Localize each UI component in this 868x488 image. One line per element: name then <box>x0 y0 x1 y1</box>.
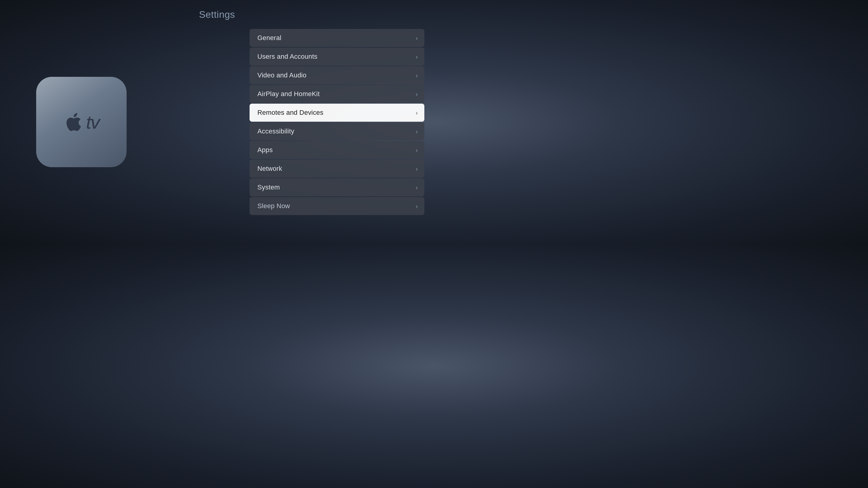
chevron-icon-apps: › <box>415 147 418 154</box>
menu-label-sleep-now: Sleep Now <box>257 202 290 210</box>
chevron-icon-system: › <box>415 184 418 191</box>
menu-label-video-and-audio: Video and Audio <box>257 71 307 79</box>
menu-item-sleep-now[interactable]: Sleep Now› <box>250 197 424 215</box>
menu-item-apps[interactable]: Apps› <box>250 141 424 159</box>
menu-item-users-and-accounts[interactable]: Users and Accounts› <box>250 47 424 66</box>
menu-label-system: System <box>257 184 280 191</box>
chevron-icon-airplay-and-homekit: › <box>415 91 418 98</box>
menu-item-airplay-and-homekit[interactable]: AirPlay and HomeKit› <box>250 85 424 103</box>
page-title: Settings <box>199 9 235 20</box>
apple-tv-brand: tv <box>63 111 99 133</box>
menu-item-network[interactable]: Network› <box>250 160 424 178</box>
apple-logo-icon <box>63 112 83 132</box>
chevron-icon-general: › <box>415 35 418 41</box>
menu-label-network: Network <box>257 165 282 173</box>
menu-item-system[interactable]: System› <box>250 178 424 196</box>
menu-label-remotes-and-devices: Remotes and Devices <box>257 109 323 117</box>
apple-tv-icon: tv <box>36 77 127 167</box>
chevron-icon-accessibility: › <box>415 128 418 135</box>
menu-label-general: General <box>257 34 281 42</box>
chevron-icon-remotes-and-devices: › <box>415 109 418 116</box>
tv-text: tv <box>86 111 99 133</box>
menu-label-apps: Apps <box>257 146 273 154</box>
settings-menu: General›Users and Accounts›Video and Aud… <box>250 29 424 215</box>
chevron-icon-video-and-audio: › <box>415 72 418 79</box>
chevron-icon-network: › <box>415 165 418 172</box>
menu-item-remotes-and-devices[interactable]: Remotes and Devices› <box>250 104 424 122</box>
menu-item-video-and-audio[interactable]: Video and Audio› <box>250 66 424 84</box>
apple-tv-logo-container: tv <box>36 77 127 167</box>
menu-item-accessibility[interactable]: Accessibility› <box>250 122 424 140</box>
menu-item-general[interactable]: General› <box>250 29 424 47</box>
menu-label-airplay-and-homekit: AirPlay and HomeKit <box>257 90 320 98</box>
chevron-icon-sleep-now: › <box>415 203 418 210</box>
menu-label-users-and-accounts: Users and Accounts <box>257 53 317 61</box>
chevron-icon-users-and-accounts: › <box>415 53 418 60</box>
menu-label-accessibility: Accessibility <box>257 127 294 135</box>
